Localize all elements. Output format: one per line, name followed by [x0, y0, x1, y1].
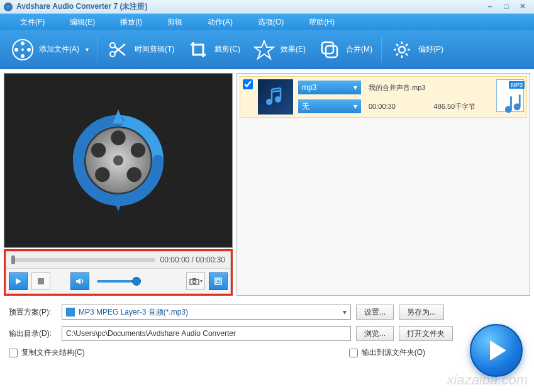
- svg-rect-29: [217, 279, 220, 283]
- output-label: 输出目录(D):: [9, 328, 57, 339]
- file-duration: 00:00:30: [369, 103, 426, 110]
- svg-point-4: [14, 48, 18, 52]
- timeline-row: 00:00:00 / 00:00:30: [6, 251, 231, 269]
- player-controls: ▾: [6, 269, 231, 294]
- add-file-label: 添加文件(A): [39, 44, 79, 55]
- profile-dropdown[interactable]: MP3 MPEG Layer-3 音频(*.mp3) ▾: [62, 305, 351, 320]
- volume-slider[interactable]: [97, 280, 141, 283]
- main-area: 00:00:00 / 00:00:30 ▾: [0, 69, 534, 300]
- timeline-slider[interactable]: [11, 258, 155, 262]
- file-size: 486.50千字节: [434, 102, 492, 111]
- file-list-panel: mp3▾ 我的合并声音.mp3 无▾ 00:00:30 486.50千字节 MP…: [236, 73, 530, 296]
- trim-label: 时间剪辑(T): [135, 44, 174, 55]
- menubar: 文件(F) 编辑(E) 播放(l) 剪辑 动作(A) 选项(O) 帮助(H): [0, 14, 534, 30]
- menu-options[interactable]: 选项(O): [245, 17, 296, 28]
- file-type-badge: MP3: [509, 81, 525, 89]
- file-type-icon: MP3: [496, 79, 524, 112]
- svg-point-26: [192, 280, 196, 283]
- effect-button[interactable]: 效果(E): [247, 38, 312, 61]
- menu-file[interactable]: 文件(F): [8, 17, 57, 28]
- file-checkbox[interactable]: [243, 79, 253, 89]
- convert-button[interactable]: [470, 324, 523, 377]
- film-reel-icon: [11, 38, 34, 61]
- merge-button[interactable]: 合并(M): [312, 38, 379, 61]
- highlighted-controls: 00:00:00 / 00:00:30 ▾: [4, 249, 233, 296]
- svg-point-30: [266, 99, 272, 105]
- profile-value: MP3 MPEG Layer-3 音频(*.mp3): [79, 307, 188, 318]
- svg-point-17: [131, 143, 145, 157]
- output-to-source-checkbox[interactable]: 输出到源文件夹(O): [349, 347, 425, 358]
- crop-icon: [187, 38, 209, 61]
- settings-button[interactable]: 设置...: [356, 305, 394, 320]
- svg-rect-28: [215, 278, 221, 284]
- svg-point-18: [127, 167, 142, 182]
- merge-icon: [318, 38, 341, 61]
- play-button[interactable]: [9, 272, 28, 290]
- svg-point-12: [399, 47, 405, 53]
- merge-label: 合并(M): [346, 44, 372, 55]
- file-item[interactable]: mp3▾ 我的合并声音.mp3 无▾ 00:00:30 486.50千字节 MP…: [240, 76, 527, 118]
- volume-button[interactable]: [70, 272, 89, 290]
- checkbox-row: 复制文件夹结构(C) 输出到源文件夹(O): [9, 347, 525, 358]
- profile-row: 预置方案(P): MP3 MPEG Layer-3 音频(*.mp3) ▾ 设置…: [9, 305, 525, 320]
- crop-label: 裁剪(C): [214, 44, 240, 55]
- menu-edit[interactable]: 编辑(E): [57, 17, 108, 28]
- window-title: Avdshare Audio Converter 7 (未注册): [16, 1, 481, 12]
- effect-label: 效果(E): [281, 44, 306, 55]
- svg-marker-24: [76, 278, 81, 284]
- bottom-settings: 预置方案(P): MP3 MPEG Layer-3 音频(*.mp3) ▾ 设置…: [0, 300, 534, 363]
- svg-point-1: [21, 42, 25, 45]
- close-button[interactable]: ✕: [515, 2, 530, 12]
- svg-point-20: [91, 143, 106, 157]
- svg-rect-11: [326, 46, 337, 57]
- add-file-button[interactable]: 添加文件(A) ▾: [5, 38, 95, 61]
- svg-marker-22: [16, 278, 21, 284]
- menu-play[interactable]: 播放(l): [108, 17, 155, 28]
- fullscreen-button[interactable]: [209, 272, 228, 290]
- app-icon: [4, 3, 13, 11]
- preferences-button[interactable]: 偏好(P): [384, 38, 450, 61]
- toolbar: 添加文件(A) ▾ 时间剪辑(T) 裁剪(C) 效果(E) 合并(M) 偏好(P…: [0, 30, 534, 69]
- save-as-button[interactable]: 另存为...: [399, 305, 444, 320]
- separator: [381, 37, 382, 62]
- svg-rect-23: [38, 278, 44, 284]
- stop-button[interactable]: [31, 272, 50, 290]
- snapshot-button[interactable]: ▾: [186, 272, 205, 290]
- svg-point-2: [27, 48, 31, 52]
- file-details: mp3▾ 我的合并声音.mp3 无▾ 00:00:30 486.50千字节: [298, 79, 491, 115]
- svg-rect-10: [322, 42, 333, 53]
- film-reel-logo: [62, 104, 175, 217]
- preferences-label: 偏好(P): [418, 44, 443, 55]
- source-dropdown[interactable]: 无▾: [298, 99, 361, 113]
- gear-icon: [391, 38, 413, 61]
- svg-point-21: [113, 155, 123, 165]
- file-name: 我的合并声音.mp3: [369, 83, 491, 92]
- open-folder-button[interactable]: 打开文件夹: [399, 326, 453, 341]
- svg-point-5: [21, 48, 24, 51]
- titlebar: Avdshare Audio Converter 7 (未注册) – □ ✕: [0, 0, 534, 14]
- dropdown-icon: ▾: [86, 46, 89, 53]
- time-display: 00:00:00 / 00:00:30: [160, 255, 225, 264]
- menu-help[interactable]: 帮助(H): [296, 17, 347, 28]
- svg-point-32: [505, 106, 512, 113]
- copy-structure-checkbox[interactable]: 复制文件夹结构(C): [9, 347, 85, 358]
- chevron-down-icon: ▾: [343, 308, 347, 316]
- file-thumbnail: [258, 79, 293, 115]
- svg-point-3: [21, 54, 25, 58]
- crop-button[interactable]: 裁剪(C): [181, 38, 247, 61]
- preview-video: [4, 73, 233, 248]
- minimize-button[interactable]: –: [482, 2, 498, 12]
- output-path-input[interactable]: [62, 326, 351, 341]
- browse-button[interactable]: 浏览...: [356, 326, 394, 341]
- maximize-button[interactable]: □: [499, 2, 514, 12]
- format-dropdown[interactable]: mp3▾: [298, 81, 361, 94]
- menu-trim[interactable]: 剪辑: [155, 17, 195, 28]
- svg-point-19: [95, 167, 109, 182]
- preview-panel: 00:00:00 / 00:00:30 ▾: [4, 73, 233, 296]
- svg-rect-27: [192, 278, 196, 280]
- output-row: 输出目录(D): 浏览... 打开文件夹: [9, 326, 525, 341]
- svg-point-31: [275, 96, 281, 103]
- menu-action[interactable]: 动作(A): [195, 17, 245, 28]
- trim-button[interactable]: 时间剪辑(T): [101, 38, 181, 61]
- profile-label: 预置方案(P):: [9, 307, 57, 318]
